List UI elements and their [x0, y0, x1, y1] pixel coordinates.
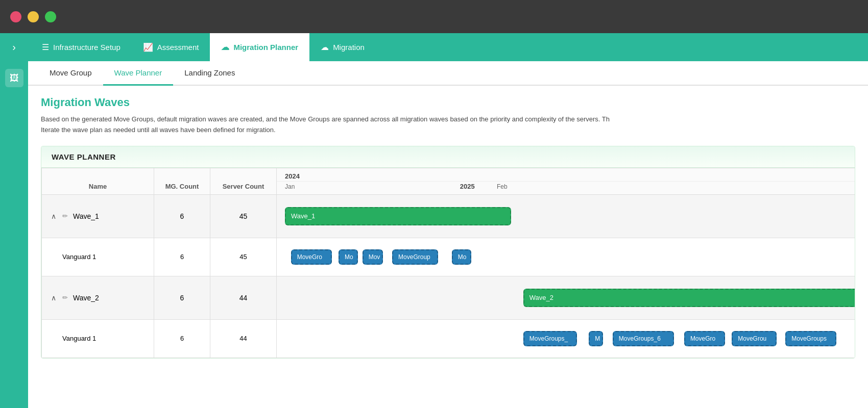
subgroup-mg-count-1-0: 6	[154, 319, 210, 358]
gantt-bar-sub-0-0-3[interactable]: MoveGroup	[392, 249, 438, 265]
wave-name-cell-0: ∧ ✏ Wave_1	[42, 194, 154, 238]
gantt-bar-sub-1-0-5[interactable]: MoveGroups	[785, 331, 836, 346]
sidebar: 🖼	[0, 61, 28, 408]
edit-wave-1[interactable]: ✏	[61, 293, 69, 302]
wave-server-count-1: 44	[210, 276, 277, 319]
nav-label-migration-planner: Migration Planner	[233, 43, 298, 52]
title-bar	[0, 0, 868, 33]
nav-item-assessment[interactable]: 📈 Assessment	[132, 33, 210, 61]
nav-label-assessment: Assessment	[157, 43, 199, 52]
minimize-button[interactable]	[28, 11, 39, 22]
subgroup-timeline-0-0: MoveGroMoMovMoveGroupMo	[277, 238, 856, 276]
tab-landing-zones[interactable]: Landing Zones	[173, 61, 246, 86]
tab-wave-planner[interactable]: Wave Planner	[103, 61, 174, 86]
image-icon: 🖼	[10, 73, 19, 84]
edit-wave-0[interactable]: ✏	[61, 211, 69, 221]
planner-table: Name MG. Count Server Count 2024	[41, 168, 855, 358]
wave-row-1: ∧ ✏ Wave_2 644Wave_2	[42, 276, 856, 319]
gantt-bar-sub-0-0-0[interactable]: MoveGro	[291, 249, 332, 265]
wave-timeline-1: Wave_2	[277, 276, 856, 319]
gantt-bar-sub-0-0-2[interactable]: Mov	[363, 249, 383, 265]
nav-item-migration-planner[interactable]: ☁ Migration Planner	[210, 33, 309, 61]
top-nav: › ☰ Infrastructure Setup 📈 Assessment ☁ …	[0, 33, 868, 61]
gantt-bar-wave-1[interactable]: Wave_2	[523, 289, 855, 307]
wave-row-0: ∧ ✏ Wave_1 645Wave_1	[42, 194, 856, 238]
th-mg-count: MG. Count	[154, 168, 210, 194]
gantt-bar-wave-0[interactable]: Wave_1	[285, 207, 511, 225]
tab-move-group[interactable]: Move Group	[38, 61, 103, 86]
wave-name-cell-1: ∧ ✏ Wave_2	[42, 276, 154, 319]
nav-item-migration[interactable]: ☁ Migration	[309, 33, 376, 61]
subgroup-timeline-1-0: MoveGroups_MMoveGroups_6MoveGroMoveGrouM…	[277, 319, 856, 358]
migration-icon: ☁	[321, 42, 329, 52]
th-name: Name	[42, 168, 154, 194]
subgroup-name-cell-0-0: Vanguard 1	[42, 238, 154, 276]
subgroup-mg-count-0-0: 6	[154, 238, 210, 276]
section-description: Based on the generated Move Groups, defa…	[41, 114, 756, 136]
year-2024: 2024	[277, 168, 856, 181]
gantt-bar-sub-1-0-3[interactable]: MoveGro	[684, 331, 725, 346]
subgroup-name-cell-1-0: Vanguard 1	[42, 319, 154, 358]
th-server-count: Server Count	[210, 168, 277, 194]
section-title: Migration Waves	[41, 96, 855, 109]
sidebar-icon-image[interactable]: 🖼	[5, 69, 23, 87]
wave-mg-count-0: 6	[154, 194, 210, 238]
close-button[interactable]	[10, 11, 21, 22]
gantt-bar-sub-1-0-0[interactable]: MoveGroups_	[523, 331, 577, 346]
content-area: Migration Waves Based on the generated M…	[28, 86, 868, 369]
gantt-bar-sub-1-0-4[interactable]: MoveGrou	[732, 331, 777, 346]
tabs-bar: Move Group Wave Planner Landing Zones	[28, 61, 868, 86]
subgroup-server-count-1-0: 44	[210, 319, 277, 358]
subgroup-row-0-0: Vanguard 1645MoveGroMoMovMoveGroupMo	[42, 238, 856, 276]
nav-item-infrastructure[interactable]: ☰ Infrastructure Setup	[31, 33, 132, 61]
wave-server-count-0: 45	[210, 194, 277, 238]
month-jan-feb: Jan 2025 Feb	[277, 181, 856, 194]
wave-name-text-1: Wave_2	[73, 294, 99, 302]
nav-label-migration: Migration	[333, 43, 365, 52]
wave-name-text-0: Wave_1	[73, 212, 99, 220]
subgroup-row-1-0: Vanguard 1644MoveGroups_MMoveGroups_6Mov…	[42, 319, 856, 358]
hamburger-icon: ›	[12, 41, 16, 53]
migration-planner-icon: ☁	[221, 42, 229, 52]
wave-planner-header: WAVE PLANNER	[41, 146, 855, 168]
nav-label-infrastructure: Infrastructure Setup	[53, 43, 120, 52]
nav-toggle-button[interactable]: ›	[0, 33, 28, 61]
gantt-bar-sub-0-0-1[interactable]: Mo	[339, 249, 358, 265]
wave-mg-count-1: 6	[154, 276, 210, 319]
gantt-bar-sub-0-0-4[interactable]: Mo	[452, 249, 471, 265]
gantt-bar-sub-1-0-1[interactable]: M	[589, 331, 603, 346]
wave-planner-box: WAVE PLANNER Name	[41, 146, 855, 359]
main-layout: 🖼 Move Group Wave Planner Landing Zones …	[0, 61, 868, 408]
collapse-wave-1[interactable]: ∧	[50, 293, 57, 303]
infrastructure-icon: ☰	[42, 42, 49, 52]
assessment-icon: 📈	[143, 42, 153, 52]
wave-timeline-0: Wave_1	[277, 194, 856, 238]
year-header-row: Name MG. Count Server Count 2024	[42, 168, 856, 181]
subgroup-server-count-0-0: 45	[210, 238, 277, 276]
gantt-bar-sub-1-0-2[interactable]: MoveGroups_6	[613, 331, 674, 346]
collapse-wave-0[interactable]: ∧	[50, 211, 57, 221]
main-content: Move Group Wave Planner Landing Zones Mi…	[28, 61, 868, 408]
maximize-button[interactable]	[45, 11, 56, 22]
